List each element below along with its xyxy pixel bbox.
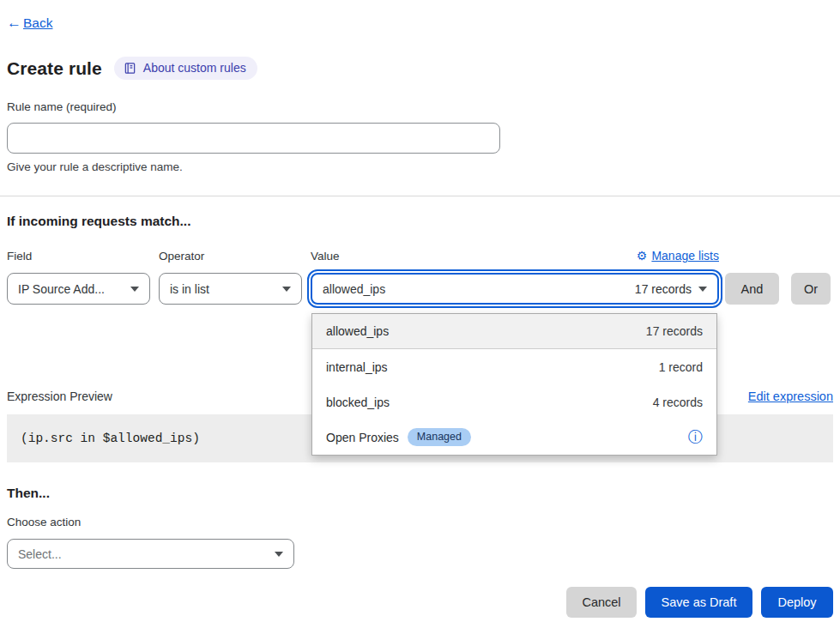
option-name: allowed_ips [326,324,389,338]
operator-select[interactable]: is in list [159,273,302,305]
dropdown-option-open-proxies[interactable]: Open Proxies Managed ⓘ [312,420,716,455]
cancel-button[interactable]: Cancel [566,587,637,618]
option-name: internal_ips [326,360,388,374]
value-select-value: allowed_ips [323,282,385,296]
chevron-down-icon [275,552,283,557]
deploy-button[interactable]: Deploy [761,587,833,618]
expression-preview-label: Expression Preview [7,389,112,403]
choose-action-label: Choose action [7,516,81,528]
rule-name-helper: Give your rule a descriptive name. [7,160,183,173]
option-records: 4 records [653,395,703,409]
then-section-heading: Then... [7,486,50,501]
back-label: Back [23,15,52,31]
title-row: Create rule About custom rules [7,57,257,80]
back-arrow-icon: ← [7,15,21,32]
info-icon[interactable]: ⓘ [688,430,703,444]
dropdown-option-allowed-ips[interactable]: allowed_ips 17 records [312,314,716,349]
field-label: Field [7,250,32,263]
chevron-down-icon [698,287,707,292]
option-records: 17 records [646,324,703,338]
or-button[interactable]: Or [791,273,831,305]
option-name: Open Proxies [326,431,399,444]
chevron-down-icon [130,287,139,292]
save-as-draft-button[interactable]: Save as Draft [645,587,752,618]
operator-select-value: is in list [170,282,209,296]
operator-label: Operator [159,250,204,263]
list-dropdown: allowed_ips 17 records internal_ips 1 re… [311,313,717,456]
option-name: blocked_ips [326,395,390,409]
section-divider [0,196,840,196]
expression-code: (ip.src in $allowed_ips) [21,432,200,445]
value-select-records: 17 records [635,282,692,296]
dropdown-option-blocked-ips[interactable]: blocked_ips 4 records [312,384,716,420]
rule-name-input[interactable] [7,123,500,154]
about-custom-rules-link[interactable]: About custom rules [114,57,257,80]
field-select[interactable]: IP Source Add... [7,273,150,305]
about-badge-label: About custom rules [143,61,246,75]
manage-lists-label: Manage lists [651,249,719,263]
field-select-value: IP Source Add... [18,282,105,296]
match-section-heading: If incoming requests match... [7,214,190,229]
action-select-placeholder: Select... [18,547,62,561]
edit-expression-link[interactable]: Edit expression [748,389,833,403]
value-select[interactable]: allowed_ips 17 records [311,273,719,305]
edit-expression-label: Edit expression [748,389,833,403]
value-label: Value [311,250,340,263]
chevron-down-icon [282,287,291,292]
page-title: Create rule [7,58,102,79]
action-select[interactable]: Select... [7,539,294,569]
gear-icon: ⚙ [637,249,648,263]
and-button[interactable]: And [725,273,779,305]
option-records: 1 record [659,360,703,374]
managed-badge: Managed [408,428,471,446]
book-icon [124,62,136,75]
back-link[interactable]: ←Back [7,15,52,32]
dropdown-option-internal-ips[interactable]: internal_ips 1 record [312,349,716,384]
manage-lists-link[interactable]: ⚙ Manage lists [637,249,719,263]
rule-name-label: Rule name (required) [7,100,117,113]
